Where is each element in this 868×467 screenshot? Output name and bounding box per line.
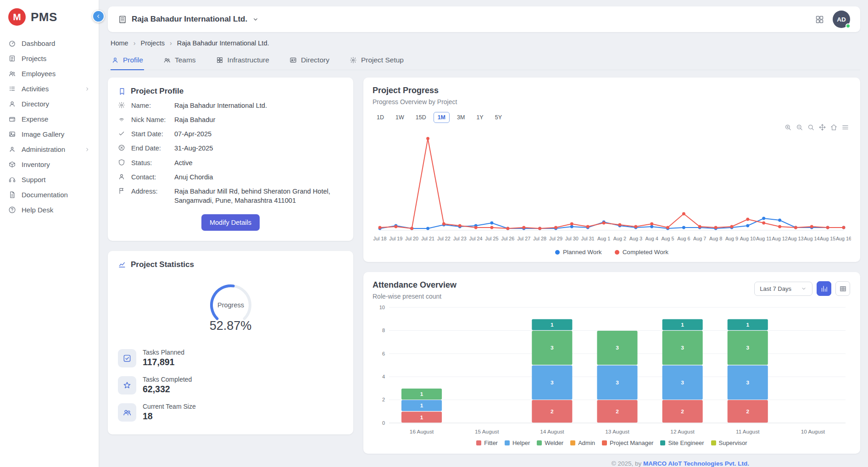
online-status-dot	[846, 23, 851, 28]
magnifier-icon[interactable]	[807, 123, 815, 131]
range-button-5y[interactable]: 5Y	[491, 112, 506, 123]
menu-icon[interactable]	[841, 123, 849, 131]
legend-item-project-manager[interactable]: Project Manager	[602, 439, 653, 446]
stat-value: 117,891	[143, 357, 184, 367]
sidebar-item-employees[interactable]: Employees	[0, 66, 99, 81]
signal-icon	[118, 115, 126, 124]
company-selector[interactable]: Raja Bahadur International Ltd.	[118, 15, 259, 24]
legend-dot	[615, 250, 619, 255]
sidebar-item-help-desk[interactable]: Help Desk	[0, 202, 99, 217]
svg-text:Aug 6: Aug 6	[677, 236, 690, 241]
profile-field-status: Status:Active	[118, 158, 343, 167]
attendance-chart[interactable]: 024681016 August11115 August14 August233…	[373, 300, 851, 438]
legend-item-welder[interactable]: Welder	[537, 439, 563, 446]
tab-bar: ProfileTeamsInfrastructureDirectoryProje…	[108, 52, 860, 70]
chart-line-icon	[118, 261, 126, 269]
flag-icon	[118, 187, 126, 205]
statistics-card-title: Project Statistics	[118, 260, 343, 269]
chart-view-button[interactable]	[817, 281, 831, 296]
sidebar-item-administration[interactable]: Administration	[0, 142, 99, 157]
sidebar-collapse-button[interactable]	[92, 10, 105, 22]
employees-icon	[8, 70, 16, 78]
tab-project-setup[interactable]: Project Setup	[349, 52, 405, 70]
legend-item-planned-work[interactable]: Planned Work	[555, 249, 602, 256]
attendance-controls: Last 7 Days	[754, 281, 850, 296]
breadcrumb-item-raja-bahadur-international-ltd[interactable]: Raja Bahadur International Ltd.	[177, 39, 269, 47]
zoom-in-icon[interactable]	[784, 123, 792, 131]
svg-text:8: 8	[382, 328, 385, 333]
sidebar-item-label: Administration	[22, 145, 65, 153]
profile-card-title: Project Profile	[118, 87, 343, 96]
svg-text:12 August: 12 August	[670, 428, 695, 435]
svg-text:13 August: 13 August	[605, 428, 629, 435]
legend-item-helper[interactable]: Helper	[505, 439, 530, 446]
profile-fields: Name:Raja Bahadur International Ltd.Nick…	[118, 101, 343, 205]
sidebar-item-expense[interactable]: Expense	[0, 111, 99, 127]
breadcrumb-item-projects[interactable]: Projects	[141, 39, 165, 47]
profile-card-title-text: Project Profile	[131, 87, 184, 96]
svg-text:10 August: 10 August	[801, 428, 825, 435]
user-avatar[interactable]: AD	[833, 11, 850, 28]
profile-field-name: Name:Raja Bahadur International Ltd.	[118, 101, 343, 110]
svg-text:0: 0	[382, 420, 385, 426]
sidebar-item-label: Image Gallery	[22, 130, 64, 138]
svg-text:2: 2	[746, 408, 750, 415]
svg-text:Aug 4: Aug 4	[645, 236, 658, 241]
profile-field-start-date: Start Date:07-Apr-2025	[118, 129, 343, 139]
profile-field-address: Address:Raja Bahadur Mill Rd, behind She…	[118, 187, 343, 205]
zoom-out-icon[interactable]	[796, 123, 803, 131]
sidebar-item-support[interactable]: Support	[0, 172, 99, 187]
pan-icon[interactable]	[818, 123, 826, 131]
range-button-1d[interactable]: 1D	[373, 112, 388, 123]
progress-card-subtitle: Progress Overview by Project	[373, 98, 851, 106]
attendance-range-select[interactable]: Last 7 Days	[754, 282, 812, 296]
breadcrumb-item-home[interactable]: Home	[111, 39, 128, 47]
expense-icon	[8, 115, 16, 123]
tab-directory[interactable]: Directory	[289, 52, 330, 70]
stat-label: Tasks Planned	[143, 349, 184, 356]
svg-text:Jul 28: Jul 28	[533, 236, 546, 241]
legend-item-completed-work[interactable]: Completed Work	[615, 249, 668, 256]
sidebar-item-activities[interactable]: Activities	[0, 81, 99, 96]
sidebar-item-inventory[interactable]: Inventory	[0, 157, 99, 172]
stats-list: Tasks Planned117,891Tasks Completed62,33…	[118, 349, 343, 422]
svg-text:Jul 26: Jul 26	[501, 236, 514, 241]
range-button-1m[interactable]: 1M	[434, 112, 450, 123]
brand[interactable]: M PMS	[0, 0, 99, 32]
svg-text:Jul 19: Jul 19	[389, 236, 402, 241]
apps-grid-button[interactable]	[815, 15, 824, 24]
inventory-icon	[8, 161, 16, 168]
table-icon	[839, 285, 847, 293]
svg-text:3: 3	[746, 379, 750, 386]
range-button-1y[interactable]: 1Y	[472, 112, 487, 123]
legend-item-fitter[interactable]: Fitter	[476, 439, 498, 446]
svg-text:Jul 30: Jul 30	[565, 236, 579, 241]
stat-value: 62,332	[143, 384, 192, 395]
tab-teams[interactable]: Teams	[162, 52, 197, 70]
range-button-15d[interactable]: 15D	[412, 112, 430, 123]
attendance-overview-card: Attendance Overview Role-wise present co…	[363, 272, 860, 454]
range-button-1w[interactable]: 1W	[391, 112, 408, 123]
legend-item-site-engineer[interactable]: Site Engineer	[660, 439, 704, 446]
table-view-button[interactable]	[835, 281, 850, 296]
logo-letter: M	[13, 11, 21, 22]
sidebar-item-dashboard[interactable]: Dashboard	[0, 36, 99, 51]
tab-label: Directory	[301, 56, 329, 64]
svg-text:3: 3	[551, 379, 554, 386]
tab-infrastructure[interactable]: Infrastructure	[215, 52, 270, 70]
tab-label: Teams	[175, 56, 196, 64]
sidebar-item-documentation[interactable]: Documentation	[0, 187, 99, 202]
sidebar-item-image-gallery[interactable]: Image Gallery	[0, 127, 99, 142]
legend-swatch	[602, 440, 607, 445]
legend-item-supervisor[interactable]: Supervisor	[711, 439, 747, 446]
project-progress-chart[interactable]: Jul 18Jul 19Jul 20Jul 21Jul 22Jul 23Jul …	[373, 123, 851, 246]
legend-item-admin[interactable]: Admin	[570, 439, 595, 446]
svg-text:2: 2	[616, 408, 619, 415]
modify-details-button[interactable]: Modify Details	[201, 214, 260, 231]
home-icon[interactable]	[830, 123, 838, 131]
tab-profile[interactable]: Profile	[111, 52, 144, 70]
footer-link[interactable]: MARCO AIoT Technologies Pvt. Ltd.	[643, 460, 749, 467]
sidebar-item-projects[interactable]: Projects	[0, 51, 99, 66]
sidebar-item-directory[interactable]: Directory	[0, 96, 99, 111]
range-button-3m[interactable]: 3M	[453, 112, 469, 123]
